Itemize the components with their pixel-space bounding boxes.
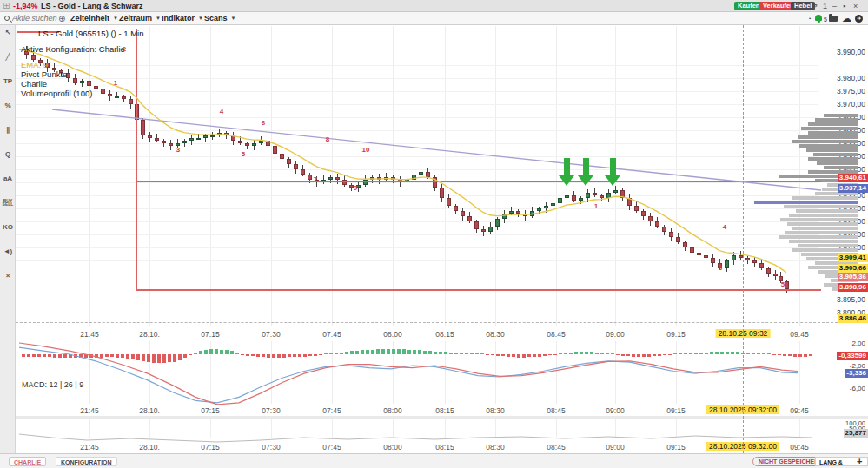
gridline-v bbox=[445, 419, 446, 438]
text-tool[interactable]: aA bbox=[0, 175, 16, 189]
price-value-label: 3.898,96 bbox=[838, 283, 868, 292]
time-tick-label: 08:15 bbox=[435, 330, 454, 339]
legend-active-config: Aktive Konfiguration: Charlie bbox=[21, 44, 143, 54]
volume-profile-bar bbox=[780, 218, 858, 221]
macd-histogram-bar bbox=[58, 354, 62, 358]
candle bbox=[676, 237, 680, 242]
cloud-icon[interactable]: ☁ bbox=[842, 13, 851, 24]
macd-histogram-bar bbox=[272, 354, 275, 358]
gridline-v bbox=[445, 341, 446, 404]
ko-tool[interactable]: KO bbox=[0, 223, 16, 238]
gridline-v bbox=[393, 419, 394, 438]
candle bbox=[697, 253, 701, 255]
pivot-number: 3 bbox=[719, 264, 722, 272]
volume-profile-bar bbox=[779, 235, 858, 239]
macd-histogram-bar bbox=[230, 351, 234, 354]
gridline-v bbox=[332, 26, 333, 326]
audio-tool[interactable]: ◄) bbox=[0, 247, 16, 262]
macd-histogram-bar bbox=[121, 354, 124, 358]
globe-icon[interactable]: ⊕ bbox=[58, 12, 65, 25]
time-tick-label: 08:45 bbox=[547, 406, 565, 415]
candle bbox=[169, 143, 173, 146]
macd-histogram-bar bbox=[387, 349, 390, 354]
close-tool[interactable]: × bbox=[0, 272, 16, 287]
dropdown-scans[interactable]: Scans▼ bbox=[204, 12, 235, 25]
macd-histogram-bar bbox=[465, 353, 468, 354]
close-icon[interactable]: × bbox=[853, 0, 858, 12]
tab-konfiguration[interactable]: KONFIGURATION bbox=[56, 457, 117, 466]
percent-tool[interactable]: % bbox=[0, 102, 16, 116]
legend-ema: EMA: 9 bbox=[21, 60, 143, 69]
cursor-tool[interactable]: ↖ bbox=[0, 29, 16, 43]
candle bbox=[683, 242, 687, 247]
candle bbox=[704, 255, 708, 258]
macd-histogram-bar bbox=[616, 354, 620, 355]
parallel-lines-tool[interactable]: ∥ bbox=[0, 126, 16, 141]
time-tick-label: 07:15 bbox=[201, 443, 219, 452]
candle bbox=[162, 141, 166, 143]
candle bbox=[544, 206, 548, 208]
macd-histogram-bar bbox=[84, 354, 88, 358]
candle bbox=[419, 172, 423, 175]
macd-histogram-bar bbox=[798, 354, 802, 357]
gridline-v bbox=[332, 419, 333, 438]
macd-histogram-bar bbox=[522, 354, 526, 358]
time-tick-label: 21:45 bbox=[80, 443, 98, 452]
macd-histogram-bar bbox=[600, 353, 604, 354]
macd-histogram-bar bbox=[564, 353, 567, 354]
folder-icon[interactable] bbox=[829, 16, 838, 22]
pivot-number: 6 bbox=[262, 119, 265, 127]
candle bbox=[572, 195, 576, 201]
macd-histogram-bar bbox=[804, 354, 807, 357]
macd-histogram-bar bbox=[220, 350, 223, 354]
time-tick-label: 08:15 bbox=[435, 443, 454, 452]
bell-icon[interactable] bbox=[815, 15, 822, 21]
macd-histogram-bar bbox=[147, 354, 150, 362]
price-value-label: 3.937,14 bbox=[838, 184, 868, 193]
gridline-v bbox=[495, 26, 496, 326]
macd-panel[interactable] bbox=[16, 340, 868, 405]
candle bbox=[238, 141, 242, 143]
window-grid-icon[interactable]: ⊞ bbox=[3, 0, 10, 12]
macd-histogram-bar bbox=[267, 354, 270, 358]
volume-profile-bar bbox=[787, 222, 858, 226]
signal-arrow-down-icon bbox=[605, 175, 620, 186]
price-value-label: 3.940,61 bbox=[838, 174, 868, 182]
macd-histogram-bar bbox=[470, 353, 474, 354]
popup-icon[interactable]: ⇗ bbox=[812, 0, 818, 12]
sync-arrow-icon[interactable]: ➜ bbox=[855, 15, 863, 23]
zoom-tool[interactable]: Q bbox=[0, 150, 16, 165]
time-tick-label: 28.10. bbox=[139, 443, 160, 452]
gridline-v bbox=[676, 419, 677, 438]
gridline-v bbox=[149, 26, 150, 326]
dropdown-indikator[interactable]: Indikator▼ bbox=[162, 12, 203, 25]
pin-icon[interactable]: ▪ bbox=[843, 0, 845, 12]
tp-tool[interactable]: TP bbox=[0, 77, 16, 92]
indicator-panel[interactable] bbox=[16, 419, 868, 439]
macd-histogram-bar bbox=[162, 354, 166, 363]
candle bbox=[627, 198, 632, 206]
pivot-number: 4 bbox=[723, 223, 726, 231]
tab-charlie[interactable]: CHARLIE bbox=[9, 457, 46, 466]
dropdown-zeitraum[interactable]: Zeitraum▼ bbox=[119, 12, 161, 25]
dropdown-zeiteinheit[interactable]: Zeiteinheit▼ bbox=[70, 12, 118, 25]
candle bbox=[440, 188, 444, 198]
buy-sell-tool[interactable]: BUYSELL bbox=[0, 199, 16, 214]
minimize-icon[interactable]: – bbox=[832, 0, 837, 12]
volume-profile-bar bbox=[754, 201, 858, 204]
candle bbox=[481, 229, 486, 232]
candle bbox=[454, 206, 458, 211]
move-grip-icon[interactable]: + bbox=[857, 456, 862, 466]
macd-histogram-bar bbox=[241, 354, 244, 355]
window-count[interactable]: 1 bbox=[823, 0, 827, 12]
pivot-number: 7 bbox=[314, 175, 317, 183]
macd-histogram-bar bbox=[434, 352, 437, 354]
macd-histogram-bar bbox=[350, 351, 354, 354]
macd-histogram-bar bbox=[788, 354, 792, 356]
candle bbox=[196, 138, 201, 140]
line-tool[interactable]: ╱ bbox=[0, 53, 16, 68]
signal-arrow-down-icon bbox=[559, 175, 574, 186]
volume-profile-bar bbox=[817, 161, 858, 165]
time-tick-label: 08:00 bbox=[383, 330, 401, 339]
candle bbox=[474, 221, 479, 229]
